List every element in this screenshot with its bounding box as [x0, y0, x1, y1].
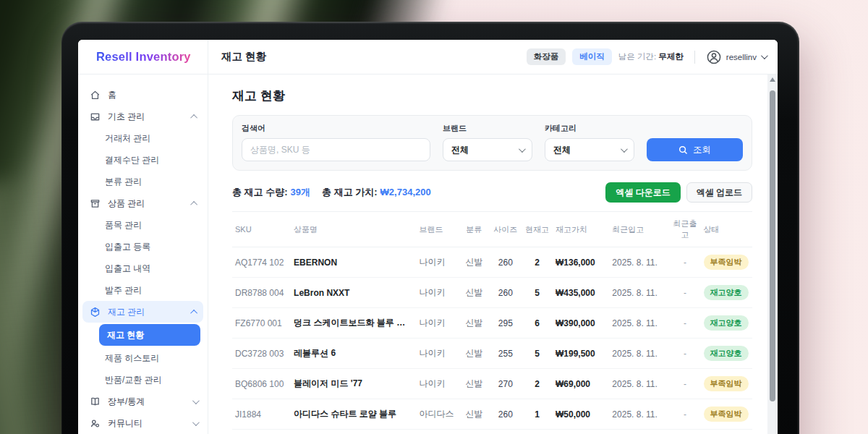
category-select[interactable]: 전체	[545, 138, 634, 161]
total-qty-label: 총 재고 수량:	[232, 187, 288, 197]
inventory-summary: 총 재고 수량:39개 총 재고 가치:₩2,734,200	[232, 186, 431, 199]
category-label: 카테고리	[545, 123, 634, 134]
cell-brand: 나이키	[416, 247, 458, 278]
chevron-down-icon	[192, 397, 200, 404]
chevron-down-icon	[192, 419, 200, 426]
sidebar-item-items[interactable]: 품목 관리	[78, 214, 208, 236]
cell-last_in: 2025. 8. 11.	[609, 278, 669, 308]
summary-row: 총 재고 수량:39개 총 재고 가치:₩2,734,200 엑셀 다운로드 엑…	[232, 182, 752, 203]
sidebar-item-payment-methods[interactable]: 결제수단 관리	[78, 149, 208, 171]
table-row[interactable]: AQ1774 102EBERNON나이키신발2602₩136,0002025. …	[232, 247, 752, 278]
cell-value: ₩435,000	[553, 278, 609, 308]
sidebar-group-basic[interactable]: 기초 관리	[78, 106, 208, 127]
cell-value: ₩69,000	[553, 369, 609, 399]
table-row[interactable]: BQ6806 100블레이저 미드 '77나이키신발2702₩69,000202…	[232, 369, 752, 399]
excel-download-button[interactable]: 엑셀 다운로드	[605, 182, 680, 203]
sidebar-item-home[interactable]: 홈	[78, 84, 208, 106]
sidebar-item-label: 제품 히스토리	[105, 352, 159, 365]
cell-sku: DC3728 003	[232, 339, 291, 369]
cell-qty: 2	[522, 247, 553, 278]
sidebar-item-product-history[interactable]: 제품 히스토리	[78, 347, 208, 369]
cell-sku: JI1884	[232, 399, 291, 430]
cell-name: EBERNON	[291, 247, 416, 278]
category-group: 카테고리 전체	[545, 123, 634, 161]
cell-sku: BQ6806 100	[232, 369, 291, 399]
user-menu[interactable]: resellinv	[706, 49, 766, 65]
excel-upload-button[interactable]: 엑셀 업로드	[686, 182, 752, 203]
cell-last_in: 2025. 8. 11.	[609, 369, 669, 399]
status-badge: 재고양호	[704, 346, 749, 361]
sidebar-group-inventory[interactable]: 재고 관리	[82, 301, 203, 323]
cell-name: 에어 Max Alpha	[291, 430, 416, 434]
scroll-up-arrow-icon[interactable]	[770, 77, 775, 82]
status-badge: 재고양호	[704, 285, 749, 300]
sidebar-group-ledger[interactable]: 장부/통계	[78, 391, 208, 412]
sidebar-item-inout-register[interactable]: 입출고 등록	[78, 236, 208, 258]
cell-category: 신발	[459, 369, 490, 399]
sidebar-item-classification[interactable]: 분류 관리	[78, 171, 208, 192]
username: resellinv	[726, 53, 757, 61]
cell-brand: 나이키	[416, 308, 458, 339]
cell-qty: 4	[522, 430, 553, 434]
table-header-row: SKU 상품명 브랜드 분류 사이즈 현재고 재고가치 최근입고 최근출고 상태	[232, 212, 752, 247]
cell-value: ₩199,500	[553, 339, 609, 369]
table-row[interactable]: JI1884아디다스 슈타트 로얄 블루아디다스신발2601₩50,000202…	[232, 399, 752, 430]
remaining-period: 남은 기간: 무제한	[618, 51, 684, 62]
laptop-frame: Resell Inventory 재고 현황 화장품 베이직 남은 기간: 무제…	[61, 22, 799, 434]
sidebar-item-inventory-status[interactable]: 재고 현황	[99, 324, 200, 346]
sidebar-item-orders[interactable]: 발주 관리	[78, 279, 208, 301]
cell-sku: DR8788 004	[232, 278, 291, 308]
sidebar-item-returns[interactable]: 반품/교환 관리	[78, 369, 208, 391]
table-row[interactable]: DR8788 004LeBron NXXT나이키신발2605₩435,00020…	[232, 278, 752, 308]
total-value: 총 재고 가치:₩2,734,200	[322, 186, 431, 199]
page-title: 재고 현황	[232, 88, 752, 104]
book-icon	[90, 396, 101, 407]
brand-select[interactable]: 전체	[443, 138, 532, 161]
cell-last_in: 2025. 8. 11.	[609, 399, 669, 430]
vertical-scrollbar[interactable]	[767, 75, 778, 434]
cell-size: 270	[490, 369, 522, 399]
cell-category: 신발	[459, 430, 490, 434]
search-label: 검색어	[242, 123, 430, 134]
search-button-label: 조회	[693, 144, 711, 156]
table-row[interactable]: DM0829 001에어 Max Alpha나이키신발2704₩392,0002…	[232, 430, 752, 434]
sidebar-item-label: 기초 관리	[108, 111, 145, 123]
cell-brand: 아디다스	[416, 399, 458, 430]
brand-select-value: 전체	[451, 144, 469, 156]
sidebar-item-label: 입출고 등록	[105, 241, 150, 253]
sidebar-item-partners[interactable]: 거래처 관리	[78, 127, 208, 149]
sidebar-item-label: 분류 관리	[105, 176, 142, 188]
total-qty-value: 39개	[291, 187, 310, 197]
sidebar-item-label: 반품/교환 관리	[105, 374, 162, 386]
cell-sku: DM0829 001	[232, 430, 291, 434]
cell-last_out: -	[670, 247, 701, 278]
search-input[interactable]	[242, 138, 430, 161]
inbox-icon	[90, 111, 101, 122]
cell-brand: 나이키	[416, 369, 458, 399]
cell-name: 아디다스 슈타트 로얄 블루	[291, 399, 416, 430]
table-row[interactable]: DC3728 003레볼루션 6나이키신발2555₩199,5002025. 8…	[232, 339, 752, 369]
category-select-value: 전체	[553, 144, 571, 156]
chevron-down-icon	[519, 145, 526, 153]
cell-qty: 1	[522, 399, 553, 430]
app-logo[interactable]: Resell Inventory	[96, 50, 191, 64]
cell-name: 레볼루션 6	[291, 339, 416, 369]
cell-last_out: -	[670, 369, 701, 399]
search-button[interactable]: 조회	[647, 138, 743, 161]
scrollbar-thumb[interactable]	[770, 90, 775, 401]
cell-status: 재고양호	[701, 278, 752, 308]
status-badge: 부족임박	[704, 407, 749, 422]
chevron-up-icon	[190, 114, 197, 121]
sidebar-group-community[interactable]: 커뮤니티	[78, 412, 208, 434]
cell-name: LeBron NXXT	[291, 278, 416, 308]
chevron-up-icon	[190, 309, 197, 316]
cell-status: 재고양호	[701, 430, 752, 434]
cell-category: 신발	[459, 399, 490, 430]
cell-category: 신발	[459, 339, 490, 369]
cell-last_out: -	[670, 399, 701, 430]
sidebar-item-inout-history[interactable]: 입출고 내역	[78, 258, 208, 279]
table-row[interactable]: FZ6770 001덩크 스케이트보드화 블루 화이트나이키신발2956₩390…	[232, 308, 752, 339]
header-sku: SKU	[232, 212, 291, 247]
sidebar-group-products[interactable]: 상품 관리	[78, 192, 208, 214]
sidebar-item-label: 거래처 관리	[105, 132, 150, 145]
